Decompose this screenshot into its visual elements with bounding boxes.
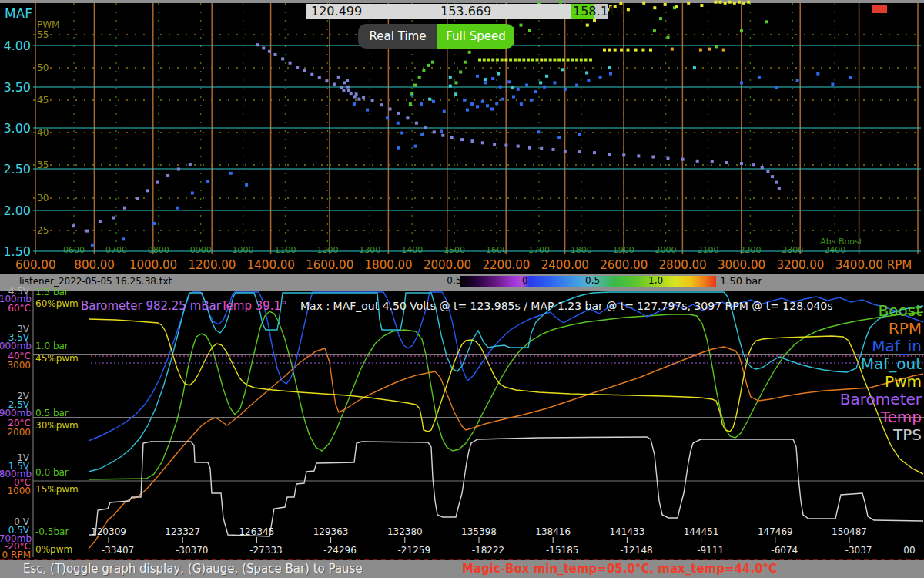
boost-tick-label: 1800 [571, 245, 592, 255]
scale-label-rpm-scale: 0 RPM [2, 549, 31, 560]
offset-tick-label: -24296 [323, 545, 357, 556]
scale-label-pwm-scale: 30%pwm [35, 420, 79, 431]
maf-axis-title: MAF [5, 6, 32, 22]
rpm-tick-label: 1800.00 [365, 258, 413, 272]
pwm-tick-label: 50 [37, 62, 49, 73]
time-tick-label: 129363 [313, 526, 349, 537]
boost-tick-label: 1100 [275, 245, 296, 255]
boost-tick-label: 1700 [528, 245, 550, 255]
series-Boost [89, 311, 923, 479]
time-tick-label: 147469 [758, 526, 793, 537]
legend-Temp[interactable]: Temp [880, 408, 922, 426]
offset-tick-label: -30370 [176, 545, 209, 556]
scale-label-pwm-scale: 60%pwm [35, 298, 79, 309]
time-tick-label: 144451 [684, 526, 719, 537]
offset-tick-label: -33407 [102, 545, 135, 556]
maf-tick-label: 4.00 [3, 39, 31, 53]
rpm-tick-label: 2600.00 [600, 258, 648, 272]
pwm-axis-title: PWM [37, 19, 59, 30]
scale-label-rpm-scale: 3000 [7, 360, 31, 371]
boost-tick-label: 2000 [655, 245, 677, 255]
offset-tick-label: -27333 [249, 545, 283, 556]
rpm-tick-label: 3000.00 [718, 258, 765, 272]
pwm-tick-label: 30 [37, 193, 49, 203]
boost-tick-label: 2100 [698, 245, 719, 255]
boost-tick-label: 0600 [63, 245, 85, 255]
barometer-reading: Barometer 982.25 mBar [81, 299, 222, 313]
boost-tick-label: 1000 [233, 245, 254, 255]
pwm-tick-label: 40 [37, 127, 49, 138]
scale-label-rpm-scale: 1000 [7, 486, 31, 496]
boost-tick-label: 1300 [359, 245, 380, 255]
rpm-tick-label: 2400.00 [541, 258, 589, 272]
boost-tick-label: 1400 [401, 245, 423, 255]
boost-tick-label: 1200 [316, 245, 338, 255]
pwm-tick-label: 45 [37, 95, 49, 106]
scale-label-pwm-scale: 0%pwm [35, 544, 72, 555]
rpm-tick-label: 2800.00 [659, 258, 707, 272]
device-temp-status: Magic-Box min_temp=05.0°C, max_temp=44.0… [462, 562, 777, 576]
real-time-button[interactable]: Real Time [358, 24, 437, 49]
maf-tick-label: 3.50 [3, 80, 31, 95]
series-RPM [89, 347, 923, 549]
boost-tick-label: 0700 [105, 245, 127, 255]
pwm-tick-label: 25 [37, 225, 49, 236]
rpm-tick-label: 600.00 [15, 258, 56, 272]
rpm-tick-label: 3400.00 [835, 258, 883, 272]
scale-label-bar-scale: 0.5 bar [35, 408, 69, 418]
offset-tick-label: -21259 [398, 545, 431, 556]
time-tick-label: 126345 [239, 526, 274, 537]
legend-TPS[interactable]: TPS [892, 425, 922, 444]
time-tick-label: 132380 [387, 526, 423, 537]
scale-label-pwm-scale: 45%pwm [35, 353, 79, 364]
offset-tick-label: -18222 [472, 545, 505, 556]
legend-Pwm[interactable]: Pwm [885, 372, 922, 391]
time-tick-label: 150487 [832, 526, 867, 537]
boost-tick-label: 2200 [739, 245, 761, 255]
maf-tick-label: 2.00 [3, 203, 31, 218]
rpm-tick-label: 1200.00 [188, 258, 236, 272]
legend-Barometer[interactable]: Barometer [840, 390, 922, 408]
rpm-tick-label: 800.00 [74, 258, 115, 272]
abs-boost-axis-title: Abs Boost [820, 237, 862, 247]
offset-tick-label: -3037 [845, 545, 872, 556]
recording-indicator [872, 5, 887, 13]
temp-reading: Temp 39.1° [220, 299, 287, 313]
gauge-min-value: 120.499 [311, 4, 362, 19]
legend-Maf_in[interactable]: Maf_in [872, 337, 922, 355]
offset-tick-label: -9111 [697, 545, 724, 556]
rpm-tick-label: 2000.00 [424, 258, 471, 272]
app-window: 0600070008000900100011001200130014001500… [0, 0, 924, 578]
boost-tick-label: 1600 [486, 245, 507, 255]
pwm-tick-label: 55 [37, 29, 49, 40]
rpm-tick-label: 1400.00 [247, 258, 295, 272]
legend-Boost[interactable]: Boost [879, 301, 922, 320]
scale-label-celsius: 60°C [8, 303, 31, 314]
offset-tick-label: -6074 [771, 545, 798, 556]
boost-tick-label: 0800 [148, 245, 169, 255]
maf-tick-label: 2.50 [3, 162, 31, 176]
rpm-axis-title: RPM [887, 258, 912, 272]
gauge-max-value: 158.119 [573, 4, 624, 19]
rpm-tick-label: 3200.00 [776, 258, 824, 272]
gauge-mid-value: 153.669 [440, 4, 491, 19]
series-TPS [89, 437, 923, 536]
legend-RPM[interactable]: RPM [889, 319, 922, 338]
scale-label-bar-scale: -0.5bar [35, 526, 69, 537]
time-tick-label: 120309 [91, 526, 126, 537]
rpm-tick-label: 2200.00 [482, 258, 530, 272]
full-speed-button[interactable]: Full Speed [437, 24, 514, 49]
maf-tick-label: 3.00 [3, 121, 31, 136]
scale-label-bar-scale: 1.0 bar [35, 341, 69, 351]
offset-tick-label: -15185 [546, 545, 579, 556]
time-tick-label: 135398 [461, 526, 497, 537]
offset-tick-label: -12148 [620, 545, 653, 556]
series-Maf_out [89, 292, 923, 472]
scale-label-millibar: 1000mb [0, 341, 32, 351]
legend-Maf_out[interactable]: Maf_out [861, 355, 922, 373]
time-tick-label: 123327 [165, 526, 200, 537]
telemetry-strip-chart: 4.5V3V2V1V0 V3.5V2.5V1.5V0.5V1100mb1000m… [0, 273, 924, 560]
scale-label-pwm-scale: 15%pwm [35, 484, 79, 495]
time-tick-label: 141433 [609, 526, 644, 537]
scale-label-millibar: 900mb [0, 408, 32, 418]
